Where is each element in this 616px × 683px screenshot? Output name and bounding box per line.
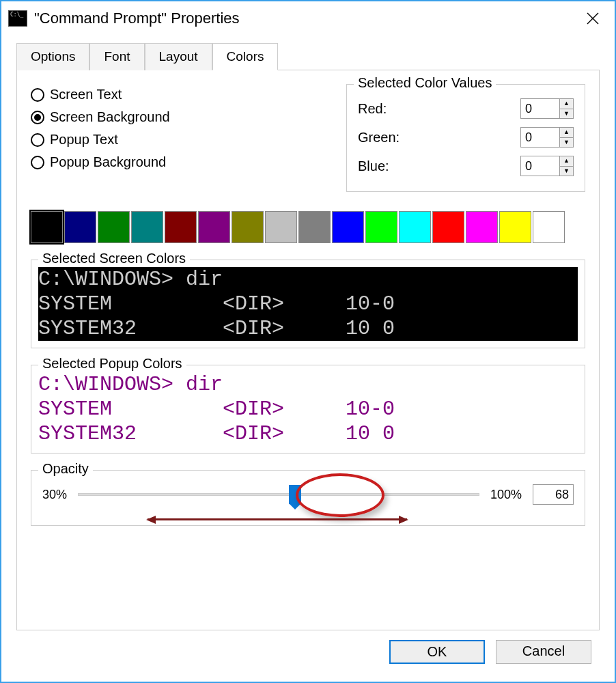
opacity-min-label: 30%	[42, 488, 67, 502]
tab-font[interactable]: Font	[89, 43, 144, 70]
color-swatch[interactable]	[198, 211, 230, 243]
content-area: Options Font Layout Colors Screen Text S…	[1, 38, 615, 682]
top-row: Screen Text Screen Background Popup Text…	[31, 84, 585, 192]
titlebar: "Command Prompt" Properties	[1, 1, 615, 38]
popup-preview-legend: Selected Popup Colors	[38, 356, 186, 372]
tab-body: Screen Text Screen Background Popup Text…	[16, 70, 600, 630]
spin-buttons[interactable]: ▲ ▼	[559, 156, 573, 176]
red-spinbox[interactable]: ▲ ▼	[520, 98, 574, 119]
radio-popup-text[interactable]: Popup Text	[31, 132, 326, 148]
radio-screen-background[interactable]: Screen Background	[31, 109, 326, 125]
green-label: Green:	[358, 130, 400, 145]
color-swatch[interactable]	[98, 211, 130, 243]
tab-options[interactable]: Options	[16, 43, 89, 70]
preview-line: SYSTEM32 <DIR> 10 0	[38, 422, 395, 445]
window-title: "Command Prompt" Properties	[34, 10, 578, 27]
blue-label: Blue:	[358, 158, 389, 174]
radio-icon	[31, 156, 44, 169]
opacity-max-label: 100%	[490, 488, 522, 502]
red-row: Red: ▲ ▼	[358, 98, 574, 119]
opacity-value-input[interactable]	[533, 484, 574, 505]
cancel-button[interactable]: Cancel	[496, 640, 591, 664]
preview-line: SYSTEM32 <DIR> 10 0	[38, 317, 395, 340]
color-swatch[interactable]	[399, 211, 431, 243]
cmd-icon	[8, 10, 27, 27]
color-swatch[interactable]	[533, 211, 565, 243]
color-swatch[interactable]	[365, 211, 397, 243]
color-values-legend: Selected Color Values	[354, 75, 496, 91]
radio-label: Popup Text	[50, 132, 118, 148]
blue-spinbox[interactable]: ▲ ▼	[520, 156, 574, 176]
radio-icon	[31, 133, 44, 147]
radio-popup-background[interactable]: Popup Background	[31, 154, 326, 170]
spin-down-icon[interactable]: ▼	[560, 167, 573, 176]
spin-up-icon[interactable]: ▲	[560, 99, 573, 109]
dialog-footer: OK Cancel	[10, 630, 606, 673]
color-swatch[interactable]	[232, 211, 264, 243]
radio-label: Screen Background	[50, 109, 170, 125]
slider-thumb[interactable]	[289, 485, 301, 504]
blue-row: Blue: ▲ ▼	[358, 156, 574, 176]
opacity-row: 30% 100%	[42, 484, 574, 505]
radio-icon	[31, 111, 44, 124]
preview-line: SYSTEM <DIR> 10-0	[38, 398, 395, 421]
blue-input[interactable]	[521, 156, 559, 176]
spin-down-icon[interactable]: ▼	[560, 138, 573, 148]
preview-line: SYSTEM <DIR> 10-0	[38, 292, 395, 316]
preview-line: C:\WINDOWS> dir	[38, 373, 223, 396]
color-swatch[interactable]	[31, 211, 63, 243]
color-swatch[interactable]	[466, 211, 498, 243]
spin-up-icon[interactable]: ▲	[560, 156, 573, 167]
color-swatch[interactable]	[265, 211, 297, 243]
color-swatch[interactable]	[165, 211, 197, 243]
red-label: Red:	[358, 101, 387, 117]
opacity-slider[interactable]	[78, 486, 479, 503]
spin-buttons[interactable]: ▲ ▼	[559, 99, 573, 118]
properties-window: "Command Prompt" Properties Options Font…	[0, 0, 616, 683]
color-swatch[interactable]	[298, 211, 331, 243]
tab-colors[interactable]: Colors	[212, 43, 279, 70]
color-values-fieldset: Selected Color Values Red: ▲ ▼ Green:	[346, 84, 585, 192]
color-swatch[interactable]	[499, 211, 531, 243]
color-swatch[interactable]	[432, 211, 464, 243]
spin-buttons[interactable]: ▲ ▼	[559, 128, 573, 147]
screen-preview-legend: Selected Screen Colors	[38, 251, 190, 266]
screen-preview: C:\WINDOWS> dir SYSTEM <DIR> 10-0 SYSTEM…	[38, 267, 578, 341]
screen-preview-group: Selected Screen Colors C:\WINDOWS> dir S…	[31, 260, 585, 348]
close-icon	[586, 12, 600, 25]
color-swatch[interactable]	[332, 211, 364, 243]
green-spinbox[interactable]: ▲ ▼	[520, 127, 574, 148]
spin-down-icon[interactable]: ▼	[560, 109, 573, 119]
popup-preview: C:\WINDOWS> dir SYSTEM <DIR> 10-0 SYSTEM…	[38, 372, 578, 446]
radio-label: Popup Background	[50, 154, 166, 170]
ok-button[interactable]: OK	[389, 640, 485, 664]
slider-track	[78, 493, 479, 496]
opacity-group: Opacity 30% 100%	[31, 470, 585, 526]
color-swatch[interactable]	[64, 211, 96, 243]
color-swatch[interactable]	[131, 211, 163, 243]
radio-icon	[31, 88, 44, 102]
close-button[interactable]	[578, 6, 608, 31]
tab-layout[interactable]: Layout	[145, 43, 212, 70]
spin-up-icon[interactable]: ▲	[560, 128, 573, 138]
color-target-radios: Screen Text Screen Background Popup Text…	[31, 84, 326, 170]
radio-label: Screen Text	[50, 87, 122, 102]
red-input[interactable]	[521, 99, 559, 118]
tabs: Options Font Layout Colors	[16, 42, 600, 70]
opacity-legend: Opacity	[38, 461, 93, 477]
annotation-arrow	[148, 518, 407, 520]
green-row: Green: ▲ ▼	[358, 127, 574, 148]
radio-screen-text[interactable]: Screen Text	[31, 87, 326, 102]
preview-line: C:\WINDOWS> dir	[38, 268, 223, 291]
color-palette	[31, 211, 585, 243]
green-input[interactable]	[521, 128, 559, 147]
popup-preview-group: Selected Popup Colors C:\WINDOWS> dir SY…	[31, 365, 585, 454]
